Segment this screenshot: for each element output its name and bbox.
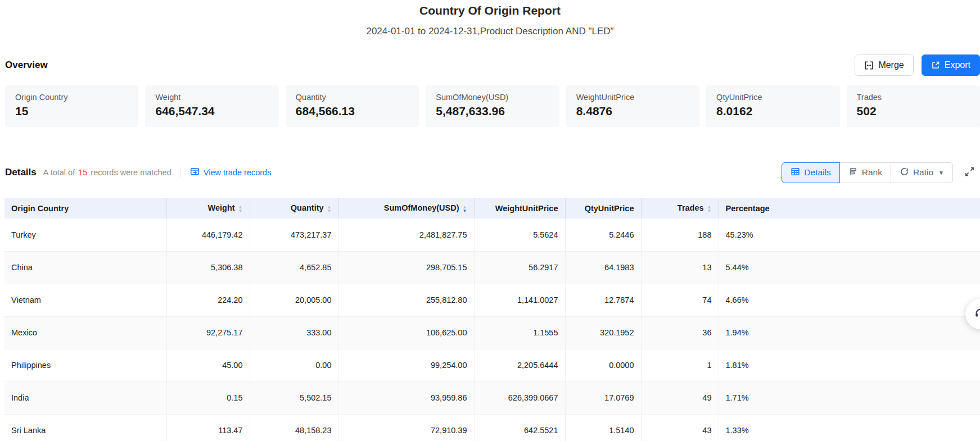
- cell-trades: 36: [641, 316, 719, 349]
- overview-cards: Origin Country15Weight646,547.34Quantity…: [5, 85, 980, 127]
- tab-rank-label: Rank: [862, 167, 882, 178]
- cell-origin-country: Mexico: [4, 316, 166, 349]
- trade-records-window-icon: [190, 167, 200, 178]
- cell-quantity: 333.00: [250, 316, 338, 349]
- column-header-weightunitprice: WeightUnitPrice: [474, 198, 565, 219]
- column-header-sumofmoney-usd[interactable]: SumOfMoney(USD)▲▼: [338, 198, 474, 219]
- cell-sumofmoney-usd: 255,812.80: [338, 284, 474, 316]
- match-prefix: A total of: [43, 168, 75, 177]
- report-filter-subtitle: 2024-01-01 to 2024-12-31,Product Descrip…: [0, 26, 980, 37]
- vertical-divider: [180, 168, 181, 177]
- fullscreen-expand-icon: [964, 166, 975, 179]
- table-row-sri-lanka: Sri Lanka113.4748,158.2372,910.39642.552…: [4, 414, 980, 441]
- sort-carets-icon: ▲▼: [707, 205, 712, 213]
- details-heading: Details: [5, 167, 37, 178]
- cell-sumofmoney-usd: 93,959.86: [338, 381, 474, 414]
- overview-card-sumofmoney-usd: SumOfMoney(USD)5,487,633.96: [426, 85, 559, 127]
- card-value: 8.0162: [716, 104, 829, 118]
- tab-rank[interactable]: Rank: [839, 162, 891, 183]
- cell-quantity: 0.00: [250, 349, 338, 381]
- overview-card-weight: Weight646,547.34: [145, 85, 278, 127]
- card-label: Trades: [857, 93, 970, 102]
- cell-weightunitprice: 5.5624: [474, 219, 565, 251]
- cell-quantity: 48,158.23: [250, 414, 338, 441]
- cell-quantity: 473,217.37: [250, 219, 338, 251]
- cell-percentage: 1.71%: [719, 381, 980, 414]
- cell-trades: 43: [641, 414, 719, 441]
- view-mode-tab-group: Details Rank: [782, 162, 953, 183]
- cell-origin-country: Turkey: [4, 219, 166, 251]
- overview-card-quantity: Quantity684,566.13: [286, 85, 419, 127]
- overview-bar: Overview Merge: [5, 54, 980, 76]
- cell-origin-country: Philippines: [4, 349, 166, 381]
- cell-qtyunitprice: 17.0769: [565, 381, 641, 414]
- export-button[interactable]: Export: [922, 54, 980, 76]
- card-label: Weight: [155, 93, 268, 102]
- merge-button[interactable]: Merge: [855, 54, 913, 76]
- cell-qtyunitprice: 1.5140: [565, 414, 641, 441]
- column-header-label: Origin Country: [11, 204, 69, 213]
- column-header-weight[interactable]: Weight▲▼: [166, 198, 250, 219]
- column-header-label: QtyUnitPrice: [585, 204, 634, 213]
- cell-percentage: 1.81%: [719, 349, 980, 381]
- cell-weightunitprice: 626,399.0667: [474, 381, 565, 414]
- cell-quantity: 5,502.15: [250, 381, 338, 414]
- cell-quantity: 4,652.85: [250, 251, 338, 284]
- cell-weight: 5,306.38: [166, 251, 250, 284]
- card-value: 8.4876: [576, 104, 689, 118]
- view-trade-records-link[interactable]: View trade records: [190, 167, 272, 178]
- fullscreen-button[interactable]: [964, 166, 975, 179]
- chevron-down-icon: ▼: [938, 170, 944, 176]
- column-header-label: Quantity: [291, 203, 324, 212]
- origin-country-table: Origin CountryWeight▲▼Quantity▲▼SumOfMon…: [4, 198, 980, 441]
- cell-percentage: 5.44%: [719, 251, 980, 284]
- page-title: Country Of Origin Report: [0, 4, 980, 17]
- overview-card-trades: Trades502: [847, 85, 980, 127]
- column-header-quantity[interactable]: Quantity▲▼: [250, 198, 338, 219]
- table-row-turkey: Turkey446,179.42473,217.372,481,827.755.…: [4, 219, 980, 251]
- overview-card-qtyunitprice: QtyUnitPrice8.0162: [706, 85, 839, 127]
- overview-heading: Overview: [5, 60, 48, 71]
- cell-weightunitprice: 56.2917: [474, 251, 565, 284]
- cell-trades: 74: [641, 284, 719, 316]
- cell-origin-country: Vietnam: [4, 284, 166, 316]
- cell-origin-country: China: [4, 251, 166, 284]
- card-value: 502: [857, 104, 970, 118]
- card-label: SumOfMoney(USD): [436, 93, 549, 102]
- card-value: 684,566.13: [296, 104, 409, 118]
- cell-sumofmoney-usd: 106,625.00: [338, 316, 474, 349]
- export-button-label: Export: [945, 60, 970, 70]
- cell-sumofmoney-usd: 99,254.00: [338, 349, 474, 381]
- cell-quantity: 20,005.00: [250, 284, 338, 316]
- details-table-wrap: Origin CountryWeight▲▼Quantity▲▼SumOfMon…: [4, 198, 980, 441]
- tab-details-label: Details: [804, 167, 830, 178]
- column-header-trades[interactable]: Trades▲▼: [641, 198, 719, 219]
- cell-trades: 188: [641, 219, 719, 251]
- match-summary: A total of15records were matched: [43, 168, 171, 177]
- tab-ratio[interactable]: Ratio ▼: [891, 162, 953, 183]
- details-view-controls: Details Rank: [782, 162, 975, 183]
- export-icon: [931, 61, 940, 70]
- overview-actions: Merge Export: [855, 54, 980, 76]
- table-row-mexico: Mexico92,275.17333.00106,625.001.1555320…: [4, 316, 980, 349]
- cell-weightunitprice: 642.5521: [474, 414, 565, 441]
- cell-percentage: 1.33%: [719, 414, 980, 441]
- table-row-india: India0.155,502.1593,959.86626,399.066717…: [4, 381, 980, 414]
- card-label: WeightUnitPrice: [576, 93, 689, 102]
- cell-percentage: 45.23%: [719, 219, 980, 251]
- tab-details[interactable]: Details: [782, 162, 839, 183]
- cell-qtyunitprice: 64.1983: [565, 251, 641, 284]
- cell-percentage: 4.66%: [719, 284, 980, 316]
- cell-weight: 92,275.17: [166, 316, 250, 349]
- card-label: Origin Country: [15, 93, 128, 102]
- cell-sumofmoney-usd: 2,481,827.75: [338, 219, 474, 251]
- ratio-circle-icon: [900, 167, 909, 179]
- details-bar: Details A total of15records were matched…: [5, 161, 975, 184]
- table-header-row: Origin CountryWeight▲▼Quantity▲▼SumOfMon…: [4, 198, 980, 219]
- card-value: 15: [15, 104, 128, 118]
- rank-bars-icon: [848, 167, 858, 179]
- sort-carets-icon: ▲▼: [327, 205, 332, 213]
- match-suffix: records were matched: [91, 168, 171, 177]
- card-value: 646,547.34: [155, 104, 268, 118]
- column-header-label: SumOfMoney(USD): [384, 203, 459, 212]
